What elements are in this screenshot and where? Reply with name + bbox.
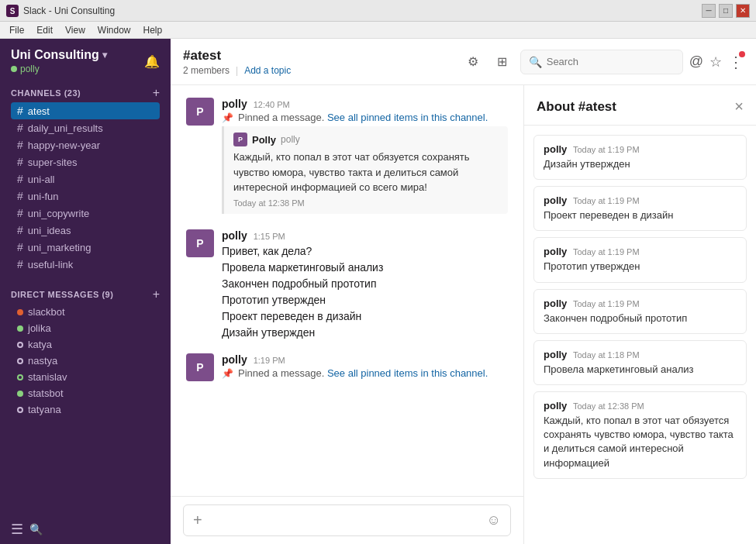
member-count: 2 members [183, 65, 230, 76]
user-status: polly [11, 64, 107, 74]
message-time: 12:40 PM [254, 100, 290, 109]
dm-tatyana[interactable]: tatyana [11, 401, 160, 418]
workspace-info: Uni Consulting ▾ polly [11, 48, 107, 74]
sidebar-filter-icon: ☰ [11, 521, 23, 538]
about-messages: polly Today at 1:19 PM Дизайн утвержден … [524, 126, 756, 544]
menu-edit[interactable]: Edit [30, 23, 59, 37]
emoji-button[interactable]: ☺ [487, 512, 501, 529]
at-mentions-button[interactable]: @ [689, 53, 703, 70]
message-input[interactable] [210, 515, 479, 527]
quoted-author: Polly [252, 134, 276, 146]
message-group: P polly 1:15 PM Привет, как дела? Провел… [186, 229, 508, 341]
messages-area: P polly 12:40 PM 📌 Pinned a message. See… [171, 85, 523, 496]
sidebar-item-uni-marketing[interactable]: # uni_marketing [11, 239, 160, 256]
search-box[interactable]: 🔍 [520, 50, 683, 74]
close-button[interactable]: ✕ [736, 4, 750, 18]
quoted-time: Today at 12:38 PM [233, 198, 499, 208]
presence-dot-icon [17, 342, 23, 348]
more-actions-container: ⋮ [728, 53, 744, 71]
hash-icon: # [17, 241, 23, 253]
pin-icon: 📌 [222, 112, 233, 123]
sidebar: Uni Consulting ▾ polly 🔔 CHANNELS (23) + [0, 39, 171, 544]
workspace-chevron-icon: ▾ [102, 50, 107, 60]
status-dot-icon [11, 66, 17, 72]
presence-dot-icon [17, 407, 23, 413]
about-message-card: polly Today at 1:19 PM Дизайн утвержден [533, 135, 747, 180]
presence-dot-icon [17, 325, 23, 332]
message-author: polly [222, 229, 247, 242]
dm-header: DIRECT MESSAGES (9) + [11, 288, 160, 301]
sidebar-item-uni-fun[interactable]: # uni-fun [11, 188, 160, 205]
sidebar-item-happy-new-year[interactable]: # happy-new-year [11, 136, 160, 153]
channels-section-title: CHANNELS (23) [11, 88, 81, 98]
dm-slackbot[interactable]: slackbot [11, 304, 160, 320]
dm-nastya[interactable]: nastya [11, 353, 160, 369]
sidebar-item-uni-all[interactable]: # uni-all [11, 170, 160, 188]
add-dm-button[interactable]: + [153, 288, 160, 301]
dm-section: DIRECT MESSAGES (9) + slackbot jolika ka… [0, 282, 171, 421]
sidebar-item-atest[interactable]: # atest [11, 102, 160, 119]
dm-stanislav[interactable]: stanislav [11, 369, 160, 385]
dm-statsbot[interactable]: statsbot [11, 385, 160, 401]
maximize-button[interactable]: □ [719, 4, 733, 18]
window-title: Slack - Uni Consulting [23, 5, 702, 16]
avatar: P [186, 353, 214, 381]
pinned-notice: 📌 Pinned a message. See all pinned items… [222, 112, 508, 123]
sidebar-item-uni-copywrite[interactable]: # uni_copywrite [11, 205, 160, 222]
message-header: polly 1:15 PM [222, 229, 508, 242]
about-message-card: polly Today at 1:19 PM Проект переведен … [533, 186, 747, 231]
dm-katya[interactable]: katya [11, 336, 160, 353]
hash-icon: # [17, 156, 23, 168]
sidebar-header: Uni Consulting ▾ polly 🔔 [0, 39, 171, 81]
add-topic-link[interactable]: Add a topic [244, 65, 291, 76]
channel-name: #atest [183, 48, 452, 64]
search-icon: 🔍 [529, 56, 542, 68]
message-content: polly 1:15 PM Привет, как дела? Провела … [222, 229, 508, 341]
dm-section-title: DIRECT MESSAGES (9) [11, 290, 113, 299]
quoted-handle: polly [281, 134, 300, 145]
sidebar-item-uni-ideas[interactable]: # uni_ideas [11, 222, 160, 239]
notifications-bell-icon[interactable]: 🔔 [144, 54, 160, 69]
message-input-bar: + ☺ [171, 496, 523, 544]
add-channel-button[interactable]: + [153, 87, 160, 99]
presence-dot-icon [17, 374, 23, 380]
menu-file[interactable]: File [3, 23, 30, 37]
sidebar-item-daily-uni-results[interactable]: # daily_uni_results [11, 119, 160, 136]
app-container: Uni Consulting ▾ polly 🔔 CHANNELS (23) + [0, 39, 756, 544]
add-file-button[interactable]: + [193, 511, 202, 529]
quoted-avatar: P [233, 133, 247, 146]
presence-dot-icon [17, 391, 23, 397]
minimize-button[interactable]: ─ [702, 4, 716, 18]
window-controls[interactable]: ─ □ ✕ [702, 4, 750, 18]
channel-header-actions: ⚙ ⊞ 🔍 @ ☆ ⋮ [461, 50, 744, 74]
sidebar-item-super-sites[interactable]: # super-sites [11, 153, 160, 170]
avatar: P [186, 98, 214, 126]
settings-icon[interactable]: ⚙ [461, 50, 485, 74]
search-input[interactable] [547, 56, 675, 67]
pinned-link[interactable]: See all pinned items in this channel. [327, 112, 488, 123]
sidebar-item-useful-link[interactable]: # useful-link [11, 256, 160, 273]
sidebar-search-icon: 🔍 [29, 523, 43, 535]
about-message-card: polly Today at 1:19 PM Прототип утвержде… [533, 237, 747, 282]
content-area: P polly 12:40 PM 📌 Pinned a message. See… [171, 85, 756, 544]
about-message-card: polly Today at 12:38 PM Каждый, кто попа… [533, 391, 747, 479]
message-content: polly 1:19 PM 📌 Pinned a message. See al… [222, 353, 508, 382]
panel-icon[interactable]: ⊞ [491, 50, 514, 74]
about-close-button[interactable]: × [734, 98, 744, 115]
hash-icon: # [17, 224, 23, 236]
message-header: polly 1:19 PM [222, 353, 508, 366]
main-content: #atest 2 members | Add a topic ⚙ ⊞ 🔍 @ ☆… [171, 39, 756, 544]
workspace-name[interactable]: Uni Consulting ▾ [11, 48, 107, 62]
quoted-text: Каждый, кто попал в этот чат обязуется с… [233, 150, 499, 195]
sidebar-footer[interactable]: ☰ 🔍 [0, 515, 171, 544]
channels-header: CHANNELS (23) + [11, 87, 160, 99]
quoted-header: P Polly polly [233, 133, 499, 146]
channel-header: #atest 2 members | Add a topic ⚙ ⊞ 🔍 @ ☆… [171, 39, 756, 85]
star-button[interactable]: ☆ [709, 53, 722, 71]
dm-jolika[interactable]: jolika [11, 320, 160, 336]
hash-icon: # [17, 207, 23, 219]
menu-help[interactable]: Help [137, 23, 169, 37]
menu-window[interactable]: Window [91, 23, 137, 37]
menu-view[interactable]: View [59, 23, 91, 37]
pinned-link[interactable]: See all pinned items in this channel. [327, 367, 488, 379]
